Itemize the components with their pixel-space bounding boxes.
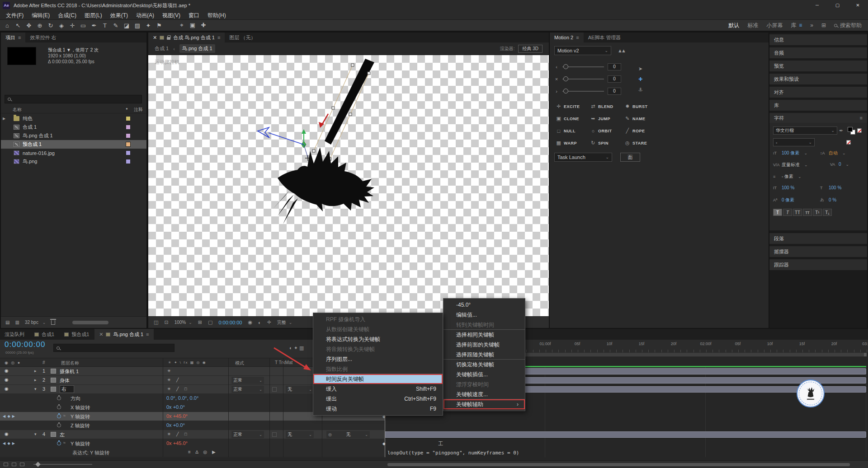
tab-effect-controls[interactable]: 效果控件 右 (25, 33, 61, 42)
motion-tool-button[interactable]: ◎ STARE (625, 137, 657, 149)
expand-icon[interactable]: ▸ (34, 378, 37, 382)
project-item-row[interactable]: nature-016.jpg (1, 149, 146, 157)
leading-value[interactable]: 自动 (829, 150, 838, 156)
motion-tool-button[interactable]: ↻ SPIN (590, 137, 623, 149)
tab-layer-viewer[interactable]: 图层 （无） (225, 33, 260, 42)
preserve-transparency-checkbox[interactable] (272, 387, 277, 392)
mode-column-header[interactable]: 模式 (235, 360, 244, 366)
menu-item[interactable]: 编辑(E) (28, 11, 54, 20)
property-value[interactable]: 0.0°, 0.0°, 0.0° (166, 395, 198, 401)
timeline-tab[interactable]: 预合成1 (60, 329, 94, 340)
tool-icon[interactable]: ⌂ (2, 22, 13, 29)
tab-composition[interactable]: ✕ 合成 鸟.png 合成 1 ≡ (148, 33, 225, 42)
item-name[interactable]: 鸟.png (23, 158, 37, 165)
horizontal-scale-value[interactable]: 100 % (829, 185, 841, 190)
tool-icon[interactable]: ◪ (121, 22, 132, 29)
tool-icon[interactable]: ↖ (13, 22, 24, 29)
panel-menu-icon[interactable]: ≡ (18, 33, 21, 42)
context-menu-item[interactable]: -45.0° (443, 300, 525, 310)
motion-tool-button[interactable]: ▣ CLONE (556, 112, 589, 125)
item-name[interactable]: 鸟.png 合成 1 (23, 132, 53, 139)
timeline-zoom-slider[interactable] (33, 464, 92, 465)
tool-icon[interactable]: ↻ (45, 22, 56, 29)
side-icon[interactable]: ➤ (638, 66, 643, 72)
layer-switches[interactable]: ✳ ╱ □ (167, 387, 189, 391)
current-time-display[interactable]: 0:00:00:00 (5, 340, 45, 349)
zoom-select[interactable]: 100%⌄ (175, 320, 192, 325)
panel-menu-icon[interactable]: ≡ (576, 33, 579, 42)
context-menu-item[interactable]: 关键帧辅助 › (443, 399, 525, 409)
slider-knob[interactable] (563, 64, 568, 69)
current-time[interactable]: 0:00:00:00 (218, 320, 242, 325)
text-style-toggle[interactable]: ᴛᴛ (803, 209, 812, 216)
kerning-value[interactable]: 度量标准 (782, 162, 800, 168)
layer-switches[interactable]: ✳ ╱ (167, 378, 181, 382)
timeline-search-input[interactable] (53, 344, 175, 352)
context-menu-item[interactable]: 序列图层... (313, 354, 443, 364)
label-swatch[interactable] (126, 125, 131, 130)
graph-editor-icon[interactable]: ≈ (63, 413, 66, 418)
context-menu-item[interactable]: 时间反向关键帧 (313, 374, 443, 384)
tab-script-manager[interactable]: AE脚本 管理器 (584, 33, 626, 42)
task-launch-select[interactable]: Task Launch⌄ (554, 153, 612, 162)
tool-icon[interactable]: ▭ (78, 22, 89, 29)
grid-guides-icon[interactable]: ⊞ (198, 319, 202, 325)
keyframe-nav[interactable]: ◀ ◆ ▶ (3, 414, 15, 418)
slider-knob[interactable] (563, 76, 568, 81)
panel-menu-icon[interactable]: ≡ (217, 33, 220, 42)
project-item-row[interactable]: 合成 1 (1, 123, 146, 131)
workspace-tab[interactable]: 库 (791, 22, 796, 29)
trash-icon[interactable] (51, 320, 55, 325)
slider-value[interactable]: 0 (608, 75, 621, 83)
motion-tool-button[interactable]: □ NULL (556, 125, 589, 137)
slider[interactable] (562, 91, 604, 92)
tool-icon[interactable]: ⊕ (34, 22, 45, 29)
motion-tool-button[interactable]: ⇄ BLEND (590, 100, 623, 112)
context-menu-item[interactable]: 缓动 F9 (313, 404, 443, 414)
property-label[interactable]: Y 轴旋转 (71, 413, 90, 420)
timeline-row[interactable]: Z 轴旋转 0x +0.0° ⌄ ⌄ ◎⌄ (0, 421, 868, 430)
collapsed-panel-header[interactable]: 预览 (769, 61, 867, 71)
property-value[interactable]: 0x +45.0° (166, 440, 188, 446)
snapshot-icon[interactable]: ◉ (248, 319, 252, 325)
bit-depth[interactable]: 32 bpc ⌄ (25, 320, 46, 325)
mountains-icon[interactable]: ▲▲ (618, 48, 625, 53)
property-label[interactable]: 方向 (71, 395, 80, 402)
channel-icon[interactable]: ◐ (258, 320, 261, 325)
item-name[interactable]: 合成 1 (23, 124, 37, 131)
tool-icon[interactable]: ⚑ (154, 22, 165, 29)
property-value[interactable]: 0x +0.0° (166, 404, 185, 410)
label-swatch[interactable] (126, 133, 131, 138)
project-item-row[interactable]: 鸟.png 合成 1 (1, 131, 146, 140)
context-menu-item[interactable]: 将音频转换为关键帧 (313, 344, 443, 354)
side-icon[interactable]: ✚ (638, 76, 643, 82)
eyedropper-icon[interactable]: ✒ (839, 128, 846, 134)
text-style-toggle[interactable]: T (783, 209, 792, 216)
property-label[interactable]: 表达式: Y 轴旋转 (72, 449, 109, 456)
collapsed-panel-header[interactable]: 库 (769, 100, 867, 111)
collapsed-panel-header[interactable]: 跟踪器 (769, 259, 867, 270)
menu-item[interactable]: 帮助(H) (203, 11, 230, 20)
menu-item[interactable]: 视图(V) (158, 11, 184, 20)
breadcrumb-parent[interactable]: 合成 1 (155, 45, 169, 52)
label-swatch[interactable] (126, 142, 131, 147)
mask-visibility-icon[interactable]: ▢ (208, 319, 212, 325)
context-menu-item[interactable]: 选择相同关键帧 (443, 330, 525, 340)
stroke-width-value[interactable]: - 像素 (782, 173, 793, 180)
motion-tool-button[interactable]: ╱ ROPE (625, 125, 657, 137)
close-icon[interactable]: ✕ (153, 33, 157, 42)
motion-tool-button[interactable]: ▦ WARP (556, 137, 589, 149)
tsume-value[interactable]: 0 % (829, 197, 836, 202)
tool-icon[interactable]: T (99, 22, 110, 29)
column-name[interactable]: 名称 (13, 107, 22, 113)
collapsed-panel-header[interactable]: 摇摆器 (769, 246, 867, 257)
collapsed-panel-header[interactable]: 对齐 (769, 87, 867, 98)
font-size-value[interactable]: 100 像素 (782, 150, 799, 156)
context-menu-item[interactable]: 将表达式转换为关键帧 (313, 334, 443, 344)
ibeam-marker-icon[interactable]: 工 (438, 440, 443, 447)
toggle-transfer-icon[interactable] (20, 463, 24, 466)
renderer-button[interactable]: 经典 3D (518, 45, 542, 53)
workspace-tab[interactable]: 默认 (728, 22, 739, 29)
timeline-scrollbar[interactable] (387, 463, 850, 466)
baseline-shift-value[interactable]: 0 像素 (782, 197, 794, 203)
